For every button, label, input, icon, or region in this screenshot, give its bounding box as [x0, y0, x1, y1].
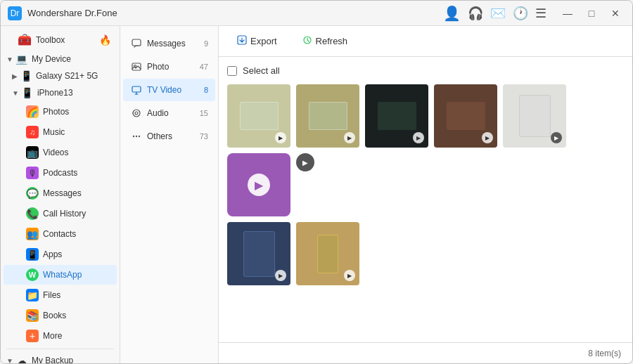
refresh-icon: [302, 35, 312, 47]
svg-point-7: [133, 136, 134, 137]
mail-icon[interactable]: ✉️: [490, 6, 506, 21]
photo-sp-label: Photo: [147, 62, 200, 72]
contacts-label: Contacts: [43, 229, 111, 239]
messages-sp-label: Messages: [147, 39, 204, 48]
svg-rect-1: [132, 63, 141, 70]
apps-label: Apps: [43, 249, 111, 259]
sidebar-section-my-device[interactable]: ▼ 💻 My Device: [1, 51, 120, 67]
headset-icon[interactable]: 🎧: [468, 6, 483, 21]
more-label: More: [43, 331, 111, 341]
video-thumbnail-3[interactable]: ▶: [365, 84, 428, 148]
galaxy-label: Galaxy S21+ 5G: [36, 71, 98, 81]
content-toolbar: Export Refresh: [219, 26, 632, 57]
svg-point-4: [133, 110, 140, 117]
my-device-label: My Device: [32, 54, 71, 64]
video-thumbnail-7[interactable]: ▶: [296, 222, 359, 285]
sidebar-item-more[interactable]: + More: [4, 326, 117, 346]
history-icon[interactable]: 🕐: [513, 6, 528, 21]
close-button[interactable]: ✕: [606, 4, 625, 23]
photos-label: Photos: [43, 107, 111, 117]
sidebar-item-contacts[interactable]: 👥 Contacts: [4, 224, 117, 244]
svg-point-9: [139, 136, 140, 137]
refresh-button[interactable]: Refresh: [295, 32, 355, 51]
app-window: Dr Wondershare Dr.Fone 👤 🎧 ✉️ 🕐 ☰ — □ ✕ …: [0, 0, 633, 364]
audio-sp-icon: [130, 107, 143, 119]
sub-panel-item-tv-video[interactable]: TV Video 8: [123, 79, 215, 101]
profile-icon[interactable]: 👤: [443, 5, 461, 22]
sidebar-item-music[interactable]: ♫ Music: [4, 122, 117, 142]
content-body: Select all ▶ ▶: [219, 57, 632, 342]
play-icon-placeholder: ▶: [248, 174, 270, 196]
sidebar-item-call-history[interactable]: 📞 Call History: [4, 204, 117, 223]
sidebar-item-books[interactable]: 📚 Books: [4, 306, 117, 325]
select-all-checkbox[interactable]: [227, 66, 237, 76]
content-area: Export Refresh Select all: [219, 26, 632, 363]
others-sp-count: 73: [200, 132, 208, 141]
video-grid: ▶ ▶ ▶: [227, 84, 624, 216]
sidebar-section-my-backup[interactable]: ▼ ☁ My Backup: [1, 352, 120, 363]
sub-panel: Messages 9 Photo 47 TV Video 8: [120, 26, 219, 363]
menu-icon[interactable]: ☰: [535, 6, 546, 21]
video-thumbnail-5[interactable]: ▶: [503, 84, 566, 148]
play-button-4[interactable]: ▶: [482, 132, 493, 143]
books-label: Books: [43, 311, 111, 320]
video-grid-row2: ▶ ▶: [227, 222, 624, 285]
select-all-label[interactable]: Select all: [243, 65, 280, 76]
sidebar-item-messages[interactable]: 💬 Messages: [4, 183, 117, 203]
videos-label: Videos: [43, 148, 111, 157]
play-button-5[interactable]: ▶: [551, 132, 562, 143]
others-sp-icon: [130, 130, 143, 143]
messages-sp-count: 9: [204, 39, 208, 48]
minimize-button[interactable]: —: [558, 4, 577, 23]
messages-label: Messages: [43, 188, 111, 198]
photo-sp-icon: [130, 60, 143, 73]
sidebar-item-videos[interactable]: 📺 Videos: [4, 143, 117, 162]
export-label: Export: [250, 36, 277, 46]
app-title: Wondershare Dr.Fone: [27, 8, 437, 18]
sub-panel-item-others[interactable]: Others 73: [123, 125, 215, 148]
tv-video-sp-label: TV Video: [147, 85, 204, 95]
sidebar-item-files[interactable]: 📁 Files: [4, 285, 117, 305]
sidebar-item-podcasts[interactable]: 🎙 Podcasts: [4, 163, 117, 183]
video-thumbnail-placeholder[interactable]: ▶: [227, 153, 290, 216]
my-backup-label: My Backup: [32, 356, 73, 363]
export-icon: [237, 35, 247, 47]
window-controls: — □ ✕: [558, 4, 625, 23]
play-button-1[interactable]: ▶: [275, 132, 286, 143]
tv-video-sp-icon: [130, 84, 143, 96]
others-sp-label: Others: [147, 131, 200, 141]
sidebar-item-whatsapp[interactable]: W WhatsApp: [4, 265, 117, 285]
video-thumbnail-gray[interactable]: ▶: [296, 153, 314, 171]
sidebar-item-photos[interactable]: 🌈 Photos: [4, 102, 117, 122]
play-button-3[interactable]: ▶: [413, 132, 424, 143]
whatsapp-label: WhatsApp: [43, 270, 111, 280]
select-all-row: Select all: [227, 65, 624, 76]
play-button-6[interactable]: ▶: [275, 270, 286, 281]
svg-rect-3: [132, 86, 141, 92]
music-label: Music: [43, 127, 111, 137]
sidebar: 🧰 Toolbox 🔥 ▼ 💻 My Device ▶ 📱 Galaxy S21…: [1, 26, 120, 363]
export-button[interactable]: Export: [230, 32, 284, 51]
play-button-2[interactable]: ▶: [344, 132, 355, 143]
maximize-button[interactable]: □: [582, 4, 601, 23]
sidebar-item-iphone13[interactable]: ▼ 📱 iPhone13: [1, 84, 120, 101]
svg-point-8: [136, 136, 137, 137]
main-content: 🧰 Toolbox 🔥 ▼ 💻 My Device ▶ 📱 Galaxy S21…: [1, 26, 632, 363]
video-thumbnail-4[interactable]: ▶: [434, 84, 497, 148]
iphone13-label: iPhone13: [37, 88, 73, 98]
sub-panel-item-photo[interactable]: Photo 47: [123, 56, 215, 78]
play-button-gray: ▶: [302, 159, 308, 167]
sidebar-item-galaxy[interactable]: ▶ 📱 Galaxy S21+ 5G: [1, 67, 120, 84]
content-footer: 8 item(s): [219, 342, 632, 363]
video-thumbnail-1[interactable]: ▶: [227, 84, 290, 148]
svg-point-5: [135, 112, 138, 115]
sub-panel-item-audio[interactable]: Audio 15: [123, 102, 215, 124]
sidebar-item-toolbox[interactable]: 🧰 Toolbox 🔥: [4, 30, 117, 50]
sub-panel-item-messages[interactable]: Messages 9: [123, 32, 215, 55]
svg-rect-0: [132, 39, 141, 46]
video-thumbnail-6[interactable]: ▶: [227, 222, 290, 285]
sidebar-item-apps[interactable]: 📱 Apps: [4, 245, 117, 264]
play-button-7[interactable]: ▶: [344, 270, 355, 281]
tv-video-sp-count: 8: [204, 86, 208, 94]
video-thumbnail-2[interactable]: ▶: [296, 84, 359, 148]
